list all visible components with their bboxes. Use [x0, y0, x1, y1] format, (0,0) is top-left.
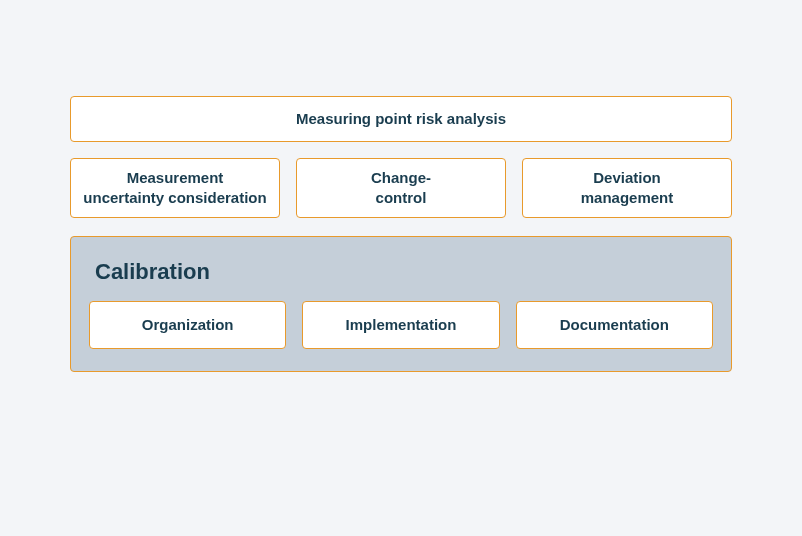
- change-control-box: Change- control: [296, 158, 506, 218]
- implementation-box: Implementation: [302, 301, 499, 349]
- box-label: Change- control: [371, 168, 431, 209]
- risk-analysis-label: Measuring point risk analysis: [296, 109, 506, 129]
- documentation-box: Documentation: [516, 301, 713, 349]
- box-label: Implementation: [346, 315, 457, 335]
- risk-analysis-box: Measuring point risk analysis: [70, 96, 732, 142]
- measurement-uncertainty-box: Measurement uncertainty consideration: [70, 158, 280, 218]
- calibration-title: Calibration: [95, 259, 713, 285]
- box-label: Deviation management: [581, 168, 674, 209]
- calibration-row: Organization Implementation Documentatio…: [89, 301, 713, 349]
- organization-box: Organization: [89, 301, 286, 349]
- calibration-panel: Calibration Organization Implementation …: [70, 236, 732, 372]
- box-label: Measurement uncertainty consideration: [83, 168, 266, 209]
- box-label: Organization: [142, 315, 234, 335]
- deviation-management-box: Deviation management: [522, 158, 732, 218]
- mid-row: Measurement uncertainty consideration Ch…: [70, 158, 732, 218]
- diagram-container: Measuring point risk analysis Measuremen…: [70, 96, 732, 372]
- box-label: Documentation: [560, 315, 669, 335]
